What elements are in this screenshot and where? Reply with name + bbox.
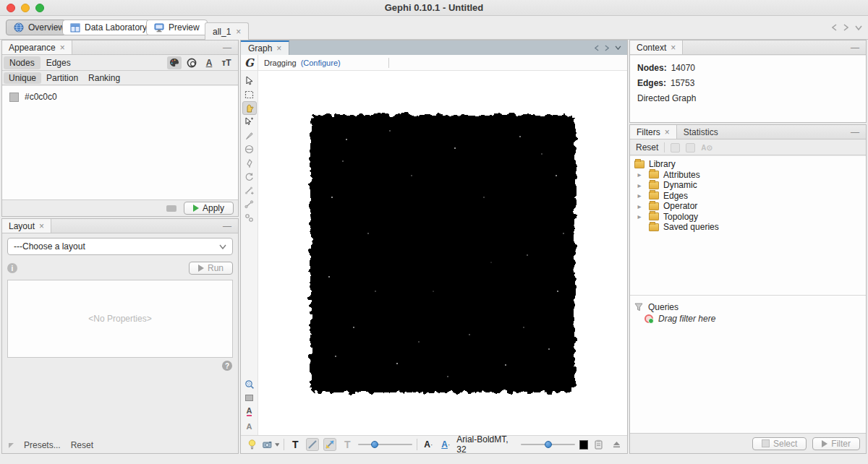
tab-edges[interactable]: Edges bbox=[41, 56, 77, 69]
filter-button[interactable]: Filter bbox=[812, 437, 860, 450]
label-size-slider[interactable] bbox=[521, 440, 575, 449]
tree-item-label: Dynamic bbox=[663, 180, 697, 190]
node-label-color-button[interactable]: A· bbox=[422, 438, 435, 451]
apply-button[interactable]: Apply bbox=[184, 202, 234, 215]
edge-visibility-toggle[interactable] bbox=[306, 438, 319, 451]
layout-tab-label: Layout bbox=[9, 221, 35, 231]
label-size-icon[interactable]: ᴛT bbox=[219, 56, 234, 69]
label-font-value[interactable]: Arial-BoldMT, 32 bbox=[456, 434, 516, 455]
reset-filters-button[interactable]: Reset bbox=[636, 142, 658, 152]
chevron-left-icon[interactable] bbox=[832, 24, 837, 31]
tree-item-operator[interactable]: ▸ Operator bbox=[634, 201, 866, 212]
label-color-swatch[interactable] bbox=[579, 440, 588, 450]
chevron-down-icon[interactable] bbox=[615, 46, 621, 50]
export-to-workspace-icon[interactable] bbox=[686, 143, 695, 152]
workspace-tab-close-icon[interactable]: × bbox=[236, 27, 241, 36]
context-tab-close-icon[interactable]: × bbox=[671, 43, 676, 52]
expander-icon[interactable]: ▸ bbox=[637, 181, 641, 189]
workspace-tab[interactable]: all_1 × bbox=[205, 22, 249, 40]
expander-icon[interactable]: ▸ bbox=[637, 212, 641, 220]
connect-nodes-tool[interactable] bbox=[242, 211, 257, 225]
tree-item-topology[interactable]: ▸ Topology bbox=[634, 212, 866, 223]
tree-item-edges[interactable]: ▸ Edges bbox=[634, 191, 866, 202]
tab-nodes[interactable]: Nodes bbox=[4, 56, 41, 69]
label-color-icon[interactable]: A bbox=[202, 56, 216, 69]
layout-tab-close-icon[interactable]: × bbox=[39, 222, 44, 231]
shortest-path-tool[interactable] bbox=[242, 170, 257, 184]
layout-tab[interactable]: Layout × bbox=[2, 219, 51, 233]
show-labels-toggle[interactable]: T bbox=[289, 438, 302, 451]
chevron-right-icon[interactable] bbox=[843, 24, 848, 31]
tree-root[interactable]: Library bbox=[634, 159, 866, 170]
filters-tab[interactable]: Filters × bbox=[630, 125, 677, 139]
drag-filter-row[interactable]: Drag filter here bbox=[634, 313, 866, 325]
edge-color-toggle[interactable] bbox=[323, 438, 336, 451]
appearance-minimize-icon[interactable]: — bbox=[216, 40, 238, 54]
node-label-size-button[interactable]: A· bbox=[439, 438, 452, 451]
screenshot-button[interactable] bbox=[263, 438, 279, 451]
queries-section: Queries Drag filter here bbox=[630, 295, 866, 433]
preview-button[interactable]: Preview bbox=[146, 20, 208, 35]
collapse-toolbar-button[interactable] bbox=[610, 438, 623, 451]
filters-tab-close-icon[interactable]: × bbox=[665, 128, 670, 137]
configure-link[interactable]: (Configure) bbox=[301, 59, 341, 67]
tree-item-dynamic[interactable]: ▸ Dynamic bbox=[634, 180, 866, 191]
lighting-toggle[interactable] bbox=[245, 438, 258, 451]
layout-select[interactable]: ---Choose a layout bbox=[7, 238, 233, 255]
export-to-column-icon[interactable] bbox=[671, 143, 680, 152]
context-tab[interactable]: Context × bbox=[630, 40, 683, 54]
context-minimize-icon[interactable]: — bbox=[844, 40, 866, 54]
direct-selection-tool[interactable] bbox=[242, 74, 257, 87]
center-graph-tool[interactable] bbox=[242, 377, 257, 391]
chevron-right-icon[interactable] bbox=[605, 45, 609, 51]
chevron-left-icon[interactable] bbox=[595, 45, 599, 51]
rail-bottom-tools: A A bbox=[242, 377, 257, 435]
layout-minimize-icon[interactable]: — bbox=[216, 219, 238, 233]
attributes-settings-button[interactable] bbox=[592, 438, 605, 451]
drag-tool[interactable] bbox=[242, 101, 257, 115]
appearance-tab[interactable]: Appearance × bbox=[2, 40, 72, 54]
tree-item-saved-queries[interactable]: Saved queries bbox=[634, 222, 866, 233]
expander-icon[interactable]: ▸ bbox=[637, 192, 641, 199]
background-color-tool[interactable] bbox=[242, 391, 257, 405]
chevron-down-icon[interactable] bbox=[855, 25, 862, 30]
spline-editor-icon[interactable] bbox=[166, 205, 176, 212]
autorefresh-icon[interactable]: A⊙ bbox=[701, 144, 712, 152]
presets-button[interactable]: Presets... bbox=[24, 440, 61, 450]
reset-layout-button[interactable]: Reset bbox=[71, 440, 93, 450]
size-icon[interactable] bbox=[184, 56, 199, 69]
node-pencil-tool[interactable] bbox=[242, 197, 257, 211]
sizer-tool[interactable] bbox=[242, 142, 257, 156]
mode-ranking[interactable]: Ranking bbox=[83, 72, 125, 84]
painter-tool[interactable] bbox=[242, 156, 257, 170]
show-node-labels-toggle[interactable]: A bbox=[242, 405, 257, 418]
statistics-tab[interactable]: Statistics bbox=[677, 125, 725, 139]
graph-tab[interactable]: Graph × bbox=[241, 40, 289, 55]
run-button[interactable]: Run bbox=[189, 262, 233, 275]
mode-unique[interactable]: Unique bbox=[4, 72, 41, 84]
slider-knob[interactable] bbox=[371, 441, 378, 448]
filters-minimize-icon[interactable]: — bbox=[844, 125, 866, 139]
edge-color-icon bbox=[325, 439, 335, 450]
graph-tab-close-icon[interactable]: × bbox=[276, 44, 281, 53]
info-icon[interactable]: i bbox=[7, 263, 17, 273]
brush-tool[interactable] bbox=[242, 129, 257, 142]
data-laboratory-button[interactable]: Data Laboratory bbox=[62, 20, 155, 35]
edge-scale-slider[interactable] bbox=[358, 440, 412, 449]
slider-knob[interactable] bbox=[545, 441, 552, 448]
graph-canvas[interactable] bbox=[258, 71, 627, 435]
rectangle-selection-tool[interactable] bbox=[242, 87, 257, 101]
color-swatch[interactable] bbox=[9, 93, 19, 102]
show-edge-labels-toggle[interactable]: A bbox=[242, 418, 257, 432]
tree-item-attributes[interactable]: ▸ Attributes bbox=[634, 170, 866, 181]
help-icon[interactable]: ? bbox=[222, 361, 232, 371]
select-button[interactable]: Select bbox=[752, 437, 807, 450]
edge-labels-toggle[interactable]: T bbox=[341, 438, 354, 451]
edge-pencil-tool[interactable] bbox=[242, 184, 257, 197]
color-palette-icon[interactable] bbox=[167, 56, 182, 69]
expander-icon[interactable]: ▸ bbox=[637, 202, 641, 210]
appearance-tab-close-icon[interactable]: × bbox=[60, 43, 65, 52]
mode-partition[interactable]: Partition bbox=[41, 72, 83, 84]
expander-icon[interactable]: ▸ bbox=[637, 171, 641, 179]
node-mover-tool[interactable] bbox=[242, 115, 257, 129]
